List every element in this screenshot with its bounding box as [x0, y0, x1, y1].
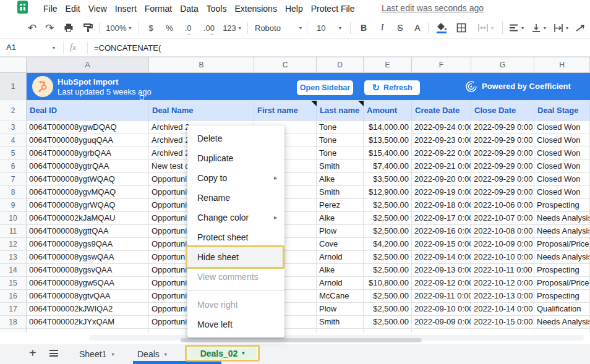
header-cell-deal-stage[interactable]: Deal Stage: [534, 100, 590, 121]
row-header-15[interactable]: 15: [0, 277, 27, 290]
fill-color-button[interactable]: [433, 20, 450, 36]
table-cell[interactable]: Closed Won: [534, 186, 590, 199]
sheet-tab-sheet1[interactable]: Sheet1▾: [79, 344, 114, 364]
table-cell[interactable]: 2022-10-07 0:00: [471, 212, 534, 225]
context-menu-item-change-color[interactable]: Change color▸: [187, 208, 284, 227]
paint-format-icon[interactable]: [80, 20, 96, 36]
header-cell-create-date[interactable]: Create Date: [412, 100, 471, 121]
table-cell[interactable]: Closed Won: [534, 134, 590, 147]
table-cell[interactable]: $13,500.00: [364, 134, 412, 147]
table-cell[interactable]: 2022-10-12 0:00: [471, 277, 534, 290]
table-cell[interactable]: Proposal/Price Quote: [534, 277, 590, 290]
table-cell[interactable]: Needs Analysis: [534, 212, 590, 225]
table-cell[interactable]: Arnold: [317, 277, 364, 290]
header-cell-last-name[interactable]: Last name: [317, 100, 364, 121]
table-cell[interactable]: $12,900.00: [364, 186, 412, 199]
table-cell[interactable]: 2022-10-06 0:00: [471, 199, 534, 212]
row-header-11[interactable]: 11: [0, 225, 27, 238]
table-cell[interactable]: 2022-09-14 0:00: [412, 251, 471, 264]
refresh-button[interactable]: ↻ Refresh: [364, 80, 420, 95]
table-cell[interactable]: Smith: [317, 316, 364, 329]
sheets-app-icon[interactable]: [17, 1, 28, 14]
format-currency-button[interactable]: $: [143, 20, 158, 36]
table-cell[interactable]: Closed Won: [534, 173, 590, 186]
table-cell[interactable]: McCane: [317, 290, 364, 303]
table-cell[interactable]: 2022-09-29 0:00: [471, 173, 534, 186]
column-header-D[interactable]: D: [317, 57, 364, 73]
table-cell[interactable]: 2022-10-13 0:00: [471, 290, 534, 303]
font-size-select[interactable]: 10▾: [312, 20, 346, 36]
menu-protect-file[interactable]: Protect File: [311, 2, 355, 15]
table-cell[interactable]: Needs Analysis: [534, 316, 590, 329]
open-sidebar-button[interactable]: Open Sidebar: [297, 80, 353, 95]
row-header-2[interactable]: 2: [0, 100, 27, 121]
table-cell[interactable]: $3,500.00: [364, 173, 412, 186]
name-box-caret-icon[interactable]: ▾: [53, 45, 55, 51]
row-header-6[interactable]: 6: [0, 160, 27, 173]
redo-icon[interactable]: ↷: [42, 20, 57, 36]
italic-button[interactable]: I: [375, 20, 390, 36]
table-cell[interactable]: Needs Analysis: [534, 251, 590, 264]
context-menu-item-duplicate[interactable]: Duplicate: [187, 148, 284, 168]
table-cell[interactable]: $7,400.00: [364, 160, 412, 173]
header-cell-first-name[interactable]: First name: [254, 100, 317, 121]
merge-cells-button[interactable]: ▾: [472, 20, 498, 36]
all-sheets-menu-icon[interactable]: [49, 350, 58, 357]
table-cell[interactable]: Closed Won: [534, 147, 590, 160]
undo-icon[interactable]: ↶: [25, 20, 40, 36]
table-cell[interactable]: 2022-09-17 0:00: [412, 212, 471, 225]
table-cell[interactable]: Closed Won: [534, 121, 590, 134]
decrease-decimal-button[interactable]: .0←: [179, 20, 197, 36]
table-cell[interactable]: Plow: [317, 303, 364, 316]
increase-decimal-button[interactable]: .00→: [199, 20, 219, 36]
table-cell[interactable]: 2022-09-29 0:00: [471, 134, 534, 147]
table-cell[interactable]: Arnold: [317, 251, 364, 264]
last-edit-link[interactable]: Last edit was seconds ago: [382, 3, 484, 13]
table-cell[interactable]: 2022-09-29 0:00: [471, 186, 534, 199]
table-cell[interactable]: 2022-09-11 0:00: [412, 290, 471, 303]
table-cell[interactable]: $4,200.00: [364, 238, 412, 251]
table-cell[interactable]: 0064T000008ygs9QAA: [27, 238, 149, 251]
column-header-F[interactable]: F: [412, 57, 471, 73]
context-menu-item-rename[interactable]: Rename: [187, 188, 284, 208]
table-cell[interactable]: 2022-09-21 0:00: [412, 160, 471, 173]
menu-view[interactable]: View: [88, 2, 107, 15]
text-rotation-button[interactable]: [573, 20, 590, 36]
table-cell[interactable]: 0064T000002kJWIQA2: [27, 303, 149, 316]
table-cell[interactable]: 2022-09-22 0:00: [412, 147, 471, 160]
row-header-13[interactable]: 13: [0, 251, 27, 264]
menu-format[interactable]: Format: [145, 2, 172, 15]
row-header-16[interactable]: 16: [0, 290, 27, 303]
menu-tools[interactable]: Tools: [207, 2, 227, 15]
column-header-B[interactable]: B: [149, 57, 254, 73]
table-cell[interactable]: $2,500.00: [364, 212, 412, 225]
table-cell[interactable]: Alke: [317, 264, 364, 277]
table-cell[interactable]: 2022-09-29 0:00: [471, 147, 534, 160]
table-cell[interactable]: 2022-09-29 0:00: [471, 160, 534, 173]
table-cell[interactable]: Prospecting: [534, 290, 590, 303]
header-cell-amount[interactable]: Amount: [364, 100, 412, 121]
header-cell-close-date[interactable]: Close Date: [471, 100, 534, 121]
chevron-down-icon[interactable]: ▾: [111, 352, 114, 357]
column-header-C[interactable]: C: [254, 57, 317, 73]
row-header-17[interactable]: 17: [0, 303, 27, 316]
table-cell[interactable]: 2022-09-18 0:00: [412, 199, 471, 212]
horizontal-scrollbar-track[interactable]: [89, 335, 584, 341]
selection-fill-handle[interactable]: [140, 95, 144, 99]
row-header-10[interactable]: 10: [0, 212, 27, 225]
context-menu-item-protect-sheet[interactable]: Protect sheet: [187, 227, 284, 247]
table-cell[interactable]: 2022-10-09 0:00: [471, 238, 534, 251]
column-header-A[interactable]: A: [27, 57, 149, 73]
table-cell[interactable]: 2022-10-11 0:00: [471, 264, 534, 277]
text-color-button[interactable]: A: [409, 20, 425, 36]
chevron-down-icon[interactable]: ▾: [165, 352, 167, 357]
table-cell[interactable]: 2022-09-09 0:00: [412, 316, 471, 329]
table-cell[interactable]: $2,500.00: [364, 316, 412, 329]
table-cell[interactable]: 0064T000008ygvMQAQ: [27, 186, 149, 199]
table-cell[interactable]: 0064T000008ygtvQAA: [27, 290, 149, 303]
table-cell[interactable]: 2022-09-29 0:00: [471, 121, 534, 134]
text-wrap-button[interactable]: ▾: [550, 20, 571, 36]
menu-file[interactable]: File: [43, 2, 58, 15]
table-cell[interactable]: Tone: [317, 121, 364, 134]
table-cell[interactable]: $10,800.00: [364, 277, 412, 290]
